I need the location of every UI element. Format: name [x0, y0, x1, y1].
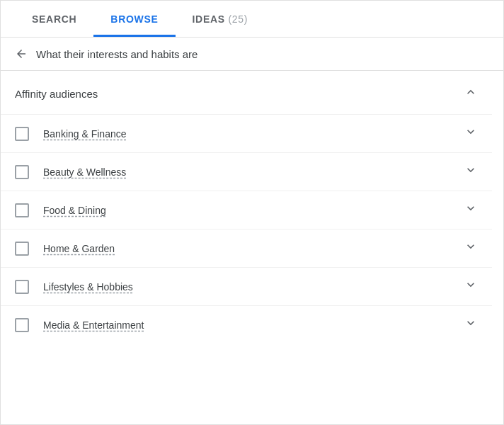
tab-browse[interactable]: BROWSE: [93, 1, 175, 37]
section-header: Affinity audiences: [1, 85, 492, 114]
main-container: SEARCH BROWSE IDEAS (25) What their inte…: [0, 0, 504, 425]
list-item: Home & Garden: [1, 229, 492, 267]
list-item: Media & Entertainment: [1, 305, 492, 344]
category-label: Lifestyles & Hobbies: [43, 281, 464, 293]
category-list: Banking & Finance Beauty & Wellness: [1, 114, 492, 344]
list-item: Beauty & Wellness: [1, 152, 492, 191]
expand-beauty-button[interactable]: [464, 163, 478, 181]
back-title: What their interests and habits are: [36, 48, 197, 60]
expand-home-button[interactable]: [464, 239, 478, 257]
tabs-bar: SEARCH BROWSE IDEAS (25): [1, 1, 503, 38]
category-label: Home & Garden: [43, 243, 464, 254]
checkbox-home[interactable]: [15, 242, 29, 256]
category-label: Beauty & Wellness: [43, 166, 464, 178]
category-label: Banking & Finance: [43, 128, 464, 140]
checkbox-food[interactable]: [15, 203, 29, 217]
list-item: Banking & Finance: [1, 114, 492, 152]
section-title: Affinity audiences: [15, 88, 98, 100]
checkbox-lifestyles[interactable]: [15, 280, 29, 294]
expand-food-button[interactable]: [464, 201, 478, 219]
category-label: Food & Dining: [43, 205, 464, 216]
tab-search[interactable]: SEARCH: [15, 1, 93, 37]
expand-media-button[interactable]: [464, 316, 478, 334]
list-item: Lifestyles & Hobbies: [1, 267, 492, 305]
back-navigation: What their interests and habits are: [1, 38, 503, 71]
back-button[interactable]: [15, 47, 28, 60]
category-label: Media & Entertainment: [43, 319, 464, 331]
checkbox-media[interactable]: [15, 318, 29, 332]
checkbox-banking[interactable]: [15, 127, 29, 141]
checkbox-beauty[interactable]: [15, 165, 29, 179]
scroll-area[interactable]: Affinity audiences Banking & Finance: [1, 71, 503, 424]
list-item: Food & Dining: [1, 191, 492, 229]
expand-banking-button[interactable]: [464, 125, 478, 142]
main-content: Affinity audiences Banking & Finance: [1, 71, 503, 424]
tab-ideas[interactable]: IDEAS (25): [176, 1, 265, 37]
section-collapse-button[interactable]: [464, 85, 478, 103]
expand-lifestyles-button[interactable]: [464, 278, 478, 295]
